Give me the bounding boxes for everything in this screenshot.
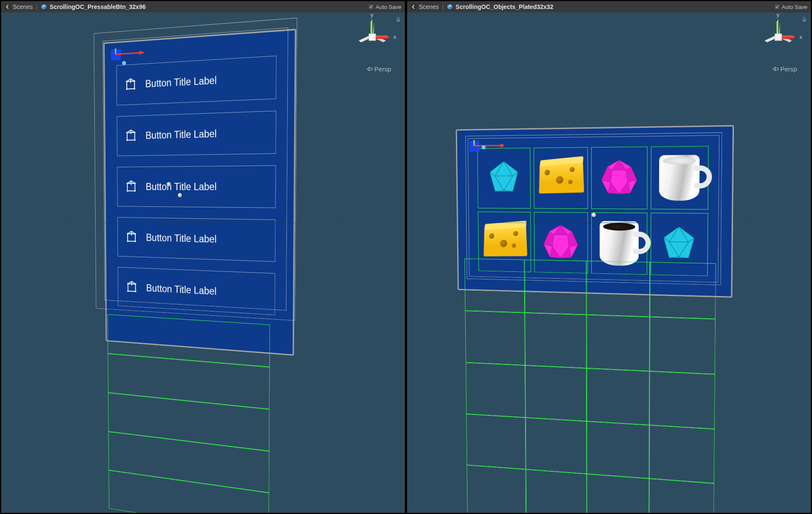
svg-marker-68 [602,167,612,182]
asset-name-label: ScrollingOC_PressableBtn_32x96 [50,3,146,10]
svg-point-30 [127,190,129,192]
svg-marker-70 [608,182,619,194]
placeholder-icon [126,280,137,294]
scene-view-left[interactable]: Scenes | ScrollingOC_PressableBtn_32x96 … [1,1,405,513]
svg-point-26 [134,139,136,141]
breadcrumb-asset[interactable]: ScrollingOC_PressableBtn_32x96 [41,3,146,10]
cheese-icon [484,226,527,257]
svg-marker-57 [500,144,505,148]
svg-point-18 [126,81,128,82]
horizon-line [1,223,405,223]
svg-point-21 [134,88,135,90]
object-tile-geosphere[interactable] [591,147,647,209]
breadcrumb-separator: | [442,3,444,10]
breadcrumb-root-label: Scenes [13,3,33,10]
button-label: Button Title Label [146,282,216,297]
scene-viewport[interactable] [407,12,811,513]
geosphere-icon [599,158,639,198]
scene-view-right[interactable]: Scenes | ScrollingOC_Objects_Plated32x32… [407,1,811,513]
asset-name-label: ScrollingOC_Objects_Plated32x32 [456,3,553,10]
svg-point-25 [126,139,128,141]
persp-icon [773,67,779,71]
svg-point-23 [126,132,128,133]
horizon-line [407,223,811,223]
placeholder-icon [125,129,137,143]
svg-marker-15 [139,50,144,55]
svg-point-35 [127,240,129,242]
svg-marker-67 [612,160,626,170]
placeholder-icon [125,180,137,193]
lock-icon[interactable] [395,17,401,23]
axis-x-text: x [394,34,397,40]
geosphere-icon [542,223,580,262]
icosahedron-icon [485,159,523,198]
breadcrumb-asset[interactable]: ScrollingOC_Objects_Plated32x32 [447,3,553,10]
svg-point-34 [134,233,136,235]
pressable-button[interactable]: Button Title Label [117,217,276,262]
object-tile-mug[interactable] [651,146,709,209]
svg-point-40 [127,290,129,292]
svg-point-29 [134,182,136,184]
scene-toolbar: Scenes | ScrollingOC_PressableBtn_32x96 … [1,1,405,12]
svg-line-54 [473,140,474,146]
object-tile-icosahedron[interactable] [477,148,531,209]
projection-label: Persp [374,65,391,73]
drag-handle[interactable] [178,193,182,197]
cheese-icon [539,162,584,194]
orientation-gizmo[interactable]: x y [351,16,394,59]
svg-point-36 [134,241,136,242]
svg-rect-3 [397,19,400,22]
auto-save-toggle[interactable]: ✓ Auto Save [774,4,807,10]
svg-rect-45 [803,19,806,22]
scene-toolbar: Scenes | ScrollingOC_Objects_Plated32x32… [407,1,811,12]
projection-toggle[interactable]: Persp [773,65,797,73]
checkbox-icon: ✓ [774,4,780,10]
collider-grid [464,258,716,513]
drag-handle[interactable] [167,182,171,186]
back-icon [5,4,11,10]
projection-label: Persp [780,65,797,73]
projection-toggle[interactable]: Persp [367,65,391,73]
svg-marker-74 [544,232,554,247]
slate-panel[interactable] [456,125,734,298]
auto-save-label: Auto Save [782,4,807,10]
auto-save-toggle[interactable]: ✓ Auto Save [368,4,401,10]
breadcrumb-root[interactable]: Scenes [411,3,439,10]
breadcrumb-root-label: Scenes [419,3,439,10]
object-tile-geosphere[interactable] [534,212,588,273]
svg-point-28 [127,182,129,184]
svg-point-39 [135,283,137,285]
svg-line-56 [474,145,505,146]
svg-marker-75 [567,232,578,247]
auto-save-label: Auto Save [376,4,401,10]
svg-point-41 [135,291,137,292]
object-tile-cheese[interactable] [478,211,531,272]
axis-y-text: y [371,12,374,18]
prefab-icon [41,4,47,10]
slate-panel[interactable]: Button Title Label Button Title Label Bu… [103,29,296,355]
svg-rect-52 [775,34,782,41]
svg-point-31 [134,190,136,192]
back-icon [411,4,417,10]
placeholder-icon [125,78,137,92]
pressable-button[interactable]: Button Title Label [117,165,276,208]
checkbox-icon: ✓ [368,4,374,10]
svg-point-20 [126,88,128,90]
prefab-icon [447,4,453,10]
lock-icon[interactable] [801,17,807,23]
mug-icon [599,221,638,266]
axis-x-text: x [800,34,803,40]
scene-viewport[interactable]: Button Title Label Button Title Label Bu… [1,12,405,513]
object-grid [477,146,709,276]
orientation-gizmo[interactable]: x y [757,16,800,59]
svg-rect-10 [369,34,376,41]
breadcrumb-root[interactable]: Scenes [5,3,33,10]
svg-marker-69 [626,167,637,182]
placeholder-icon [126,230,138,244]
svg-marker-71 [619,182,630,194]
breadcrumb-separator: | [36,3,38,10]
mug-icon [659,155,700,200]
persp-icon [367,67,373,71]
axis-y-text: y [777,12,780,18]
